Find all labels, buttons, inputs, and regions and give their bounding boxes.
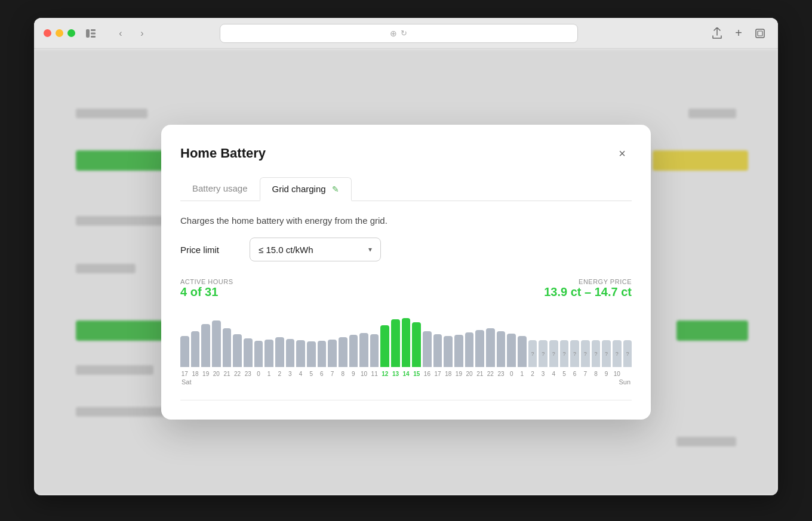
chart-bar-1 — [191, 331, 200, 367]
chart-label-22: 15 — [412, 371, 421, 377]
chart-label-29: 22 — [486, 371, 495, 377]
chart-label-36: 5 — [560, 371, 569, 377]
chart-label-31: 0 — [507, 371, 516, 377]
chart-day-labels: Sat Sun — [180, 378, 632, 386]
chart-bar-26 — [454, 335, 463, 367]
chart-bar-23 — [423, 331, 432, 367]
share-button[interactable] — [709, 25, 725, 42]
chart-bar-36: ? — [560, 340, 569, 367]
svg-rect-3 — [91, 36, 96, 38]
chart-bar-14 — [328, 340, 337, 367]
chart-label-27: 20 — [465, 371, 474, 377]
chart-bar-5 — [233, 334, 242, 367]
svg-rect-2 — [91, 32, 96, 34]
close-button[interactable]: × — [613, 144, 632, 163]
chart-label-35: 4 — [549, 371, 558, 377]
active-hours-value: 4 of 31 — [180, 285, 233, 299]
chart-label-20: 13 — [391, 371, 400, 377]
close-traffic-light[interactable] — [44, 29, 51, 37]
active-hours-label: ACTIVE HOURS — [180, 278, 233, 285]
chart-label-37: 6 — [570, 371, 579, 377]
price-limit-select[interactable]: ≤ 15.0 ct/kWh ▾ — [250, 238, 381, 261]
chart-bar-13 — [318, 341, 327, 367]
tabs-button[interactable] — [752, 25, 768, 42]
minimize-traffic-light[interactable] — [56, 29, 63, 37]
chart-label-41: 10 — [613, 371, 622, 377]
chart-label-0: 17 — [180, 371, 189, 377]
chart-label-26: 19 — [454, 371, 463, 377]
price-limit-label: Price limit — [180, 245, 240, 255]
browser-toolbar: ‹ › ⊕ ↻ + — [34, 18, 778, 49]
tab-grid-charging[interactable]: Grid charging ✎ — [260, 177, 352, 201]
new-tab-button[interactable]: + — [730, 25, 747, 42]
chart-label-33: 2 — [528, 371, 537, 377]
price-limit-value: ≤ 15.0 ct/kWh — [259, 245, 313, 255]
browser-window: ‹ › ⊕ ↻ + — [34, 18, 778, 495]
back-button[interactable]: ‹ — [112, 25, 129, 42]
chart-label-32: 1 — [518, 371, 527, 377]
tab-bar: Battery usage Grid charging ✎ — [180, 177, 632, 201]
chart-label-6: 23 — [244, 371, 253, 377]
chart-label-8: 1 — [264, 371, 273, 377]
svg-rect-0 — [86, 29, 90, 38]
chart-label-12: 5 — [307, 371, 316, 377]
chart-separator — [180, 400, 632, 400]
chart-bar-28 — [475, 330, 484, 367]
chart-bar-27 — [465, 332, 474, 367]
chart-bar-24 — [433, 334, 442, 367]
chart-label-23: 16 — [423, 371, 432, 377]
chart-bar-42: ? — [623, 340, 632, 367]
energy-price-value: 13.9 ct – 14.7 ct — [544, 285, 632, 299]
chart-bar-20 — [391, 319, 400, 367]
sun-label: Sun — [619, 378, 630, 386]
chart-bar-15 — [339, 337, 347, 367]
chart-label-25: 18 — [444, 371, 453, 377]
chart-bar-34: ? — [539, 340, 548, 367]
chart-bar-30 — [497, 331, 506, 367]
chart-bar-12 — [307, 341, 316, 367]
edit-icon: ✎ — [332, 184, 339, 194]
chart-bar-11 — [296, 340, 305, 367]
chart-bars: ?????????? — [180, 307, 632, 367]
chart-bar-29 — [486, 328, 495, 367]
chart-bar-7 — [254, 341, 263, 367]
chart-label-38: 7 — [581, 371, 590, 377]
address-bar[interactable]: ⊕ ↻ — [220, 24, 578, 43]
chart-label-28: 21 — [475, 371, 484, 377]
forward-button[interactable]: › — [134, 25, 150, 42]
modal-title: Home Battery — [180, 146, 266, 161]
chart-label-15: 8 — [339, 371, 347, 377]
chevron-down-icon: ▾ — [368, 245, 372, 254]
svg-rect-1 — [91, 29, 96, 31]
chart-label-7: 0 — [254, 371, 263, 377]
energy-price-section: ENERGY PRICE 13.9 ct – 14.7 ct — [544, 278, 632, 304]
chart-bar-38: ? — [581, 340, 590, 367]
chart-label-9: 2 — [275, 371, 284, 377]
browser-actions: + — [709, 25, 768, 42]
chart-label-40: 9 — [602, 371, 611, 377]
chart-label-14: 7 — [328, 371, 337, 377]
modal-overlay: Home Battery × Battery usage Grid chargi… — [34, 49, 778, 495]
chart-bar-3 — [212, 320, 221, 367]
chart-bar-9 — [275, 337, 284, 367]
svg-rect-5 — [758, 31, 762, 36]
chart-bar-31 — [507, 334, 516, 367]
grid-charging-description: Charges the home battery with energy fro… — [180, 215, 632, 226]
chart-bar-19 — [380, 325, 389, 367]
chart-label-18: 11 — [370, 371, 379, 377]
chart-label-10: 3 — [286, 371, 295, 377]
tab-battery-usage[interactable]: Battery usage — [180, 177, 260, 201]
traffic-lights — [44, 29, 75, 37]
sidebar-toggle-button[interactable] — [82, 25, 99, 42]
chart-label-39: 8 — [592, 371, 601, 377]
chart-bar-22 — [412, 322, 421, 367]
chart-bar-8 — [264, 340, 273, 367]
browser-nav: ‹ › — [112, 25, 150, 42]
chart-header: ACTIVE HOURS 4 of 31 ENERGY PRICE 13.9 c… — [180, 278, 632, 304]
active-hours-section: ACTIVE HOURS 4 of 31 — [180, 278, 233, 304]
maximize-traffic-light[interactable] — [67, 29, 75, 37]
chart-bar-6 — [244, 338, 253, 367]
chart-label-1: 18 — [191, 371, 200, 377]
sat-label: Sat — [182, 378, 192, 386]
chart-bar-25 — [444, 336, 453, 367]
